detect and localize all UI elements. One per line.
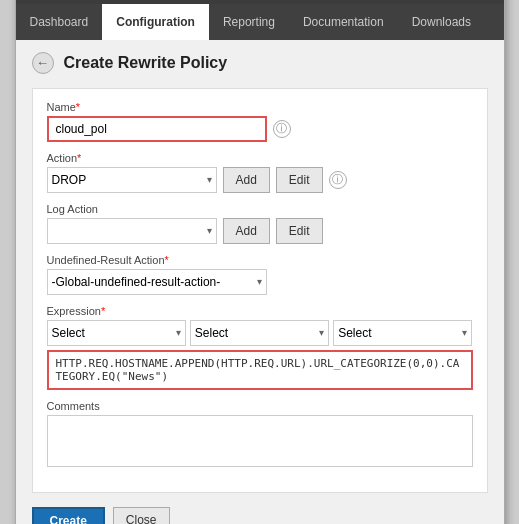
comments-input[interactable] xyxy=(47,415,473,467)
action-add-button[interactable]: Add xyxy=(223,167,270,193)
expression-field-group: Expression* Select Select xyxy=(47,305,473,390)
log-action-select[interactable] xyxy=(47,218,217,244)
log-action-field-group: Log Action Add Edit xyxy=(47,203,473,244)
log-action-label: Log Action xyxy=(47,203,473,215)
comments-label: Comments xyxy=(47,400,473,412)
action-select-wrapper: DROP xyxy=(47,167,217,193)
close-button[interactable]: Close xyxy=(113,507,170,525)
name-info-icon[interactable]: ⓘ xyxy=(273,120,291,138)
action-label: Action* xyxy=(47,152,473,164)
log-action-input-row: Add Edit xyxy=(47,218,473,244)
undefined-result-select[interactable]: -Global-undefined-result-action- xyxy=(47,269,267,295)
page-header: ← Create Rewrite Policy xyxy=(32,52,488,74)
action-input-row: DROP Add Edit ⓘ xyxy=(47,167,473,193)
name-field-group: Name* ⓘ xyxy=(47,101,473,142)
name-label: Name* xyxy=(47,101,473,113)
name-input-row: ⓘ xyxy=(47,116,473,142)
expression-select3-wrapper: Select xyxy=(333,320,472,346)
expression-select2[interactable]: Select xyxy=(190,320,329,346)
log-action-select-wrapper xyxy=(47,218,217,244)
expression-select2-wrapper: Select xyxy=(190,320,329,346)
expression-select1-wrapper: Select xyxy=(47,320,186,346)
expression-dropdowns: Select Select Select xyxy=(47,320,473,346)
log-action-add-button[interactable]: Add xyxy=(223,218,270,244)
content-area: ← Create Rewrite Policy Name* ⓘ Action* xyxy=(16,40,504,525)
nav-bar: Dashboard Configuration Reporting Docume… xyxy=(16,4,504,40)
expression-select3[interactable]: Select xyxy=(333,320,472,346)
expression-value[interactable]: HTTP.REQ.HOSTNAME.APPEND(HTTP.REQ.URL).U… xyxy=(47,350,473,390)
nav-item-downloads[interactable]: Downloads xyxy=(398,4,485,40)
action-buttons: Create Close xyxy=(32,507,488,525)
create-button[interactable]: Create xyxy=(32,507,105,525)
name-input[interactable] xyxy=(47,116,267,142)
action-info-icon[interactable]: ⓘ xyxy=(329,171,347,189)
action-edit-button[interactable]: Edit xyxy=(276,167,323,193)
page-title: Create Rewrite Policy xyxy=(64,54,228,72)
undefined-result-label: Undefined-Result Action* xyxy=(47,254,473,266)
expression-select1[interactable]: Select xyxy=(47,320,186,346)
main-window: Citrix ADC VPX AZURE BYOL (5000) Dashboa… xyxy=(15,0,505,524)
back-button[interactable]: ← xyxy=(32,52,54,74)
form-section: Name* ⓘ Action* DROP xyxy=(32,88,488,493)
back-icon: ← xyxy=(36,55,49,70)
undefined-result-select-wrapper: -Global-undefined-result-action- xyxy=(47,269,267,295)
undefined-result-field-group: Undefined-Result Action* -Global-undefin… xyxy=(47,254,473,295)
nav-item-reporting[interactable]: Reporting xyxy=(209,4,289,40)
log-action-edit-button[interactable]: Edit xyxy=(276,218,323,244)
undefined-result-input-row: -Global-undefined-result-action- xyxy=(47,269,473,295)
comments-field-group: Comments xyxy=(47,400,473,470)
expression-label: Expression* xyxy=(47,305,473,317)
nav-item-configuration[interactable]: Configuration xyxy=(102,4,209,40)
action-field-group: Action* DROP Add Edit ⓘ xyxy=(47,152,473,193)
nav-item-dashboard[interactable]: Dashboard xyxy=(16,4,103,40)
nav-item-documentation[interactable]: Documentation xyxy=(289,4,398,40)
action-select[interactable]: DROP xyxy=(47,167,217,193)
